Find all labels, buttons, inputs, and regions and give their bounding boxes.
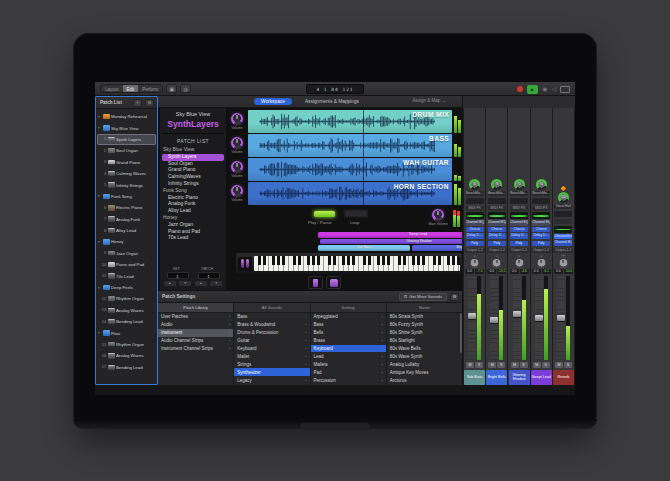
concert-row[interactable]: ▾Monday Rehearsal — [97, 111, 156, 122]
black-key[interactable] — [333, 256, 336, 265]
plugin-slot[interactable]: Chorus — [510, 227, 528, 232]
fader-cap[interactable] — [535, 315, 543, 321]
midi-fx-slot[interactable]: MIDI FX — [532, 206, 550, 211]
patch-row[interactable]: 3Grand Piano — [97, 157, 156, 168]
piano-keys[interactable] — [254, 256, 460, 271]
patch-row[interactable]: 17Bending Lead — [97, 362, 156, 373]
patch-list-row[interactable]: Piano and Pad — [162, 229, 224, 236]
metronome-icon[interactable]: ◉ — [542, 85, 547, 94]
eq-thumbnail[interactable] — [510, 212, 528, 219]
black-key[interactable] — [382, 256, 385, 265]
library-item[interactable]: Analog Lullaby — [387, 360, 462, 368]
patch-row[interactable]: 9Jazz Organ — [97, 248, 156, 259]
black-key[interactable] — [412, 256, 415, 265]
pan-knob[interactable] — [559, 259, 568, 268]
pan-knob[interactable] — [492, 259, 501, 268]
library-item[interactable]: 80s Wave Synth — [387, 352, 462, 360]
plugin-slot[interactable]: Chorus — [488, 227, 506, 232]
black-key[interactable] — [317, 256, 320, 265]
plugin-slot[interactable]: ChromaVerb — [554, 234, 572, 239]
disclosure-triangle-icon[interactable]: ▾ — [98, 126, 101, 130]
black-key[interactable] — [298, 256, 301, 265]
black-key[interactable] — [363, 256, 366, 265]
tab-workspace[interactable]: Workspace — [254, 98, 292, 105]
volume-icon[interactable]: ◁ — [551, 85, 556, 94]
library-item[interactable]: User Patches› — [158, 313, 233, 321]
patch-row[interactable]: 7Analog Funk — [97, 214, 156, 225]
library-item[interactable]: Lead› — [311, 352, 386, 360]
smart-control-knob[interactable]: 70 — [514, 179, 525, 190]
track-volume-knob[interactable]: Volume — [226, 113, 248, 130]
black-key[interactable] — [403, 256, 406, 265]
black-key[interactable] — [282, 256, 285, 265]
plugin-slot[interactable]: Delay D… — [466, 233, 484, 238]
tab-assignments-mappings[interactable]: Assignments & Mappings — [298, 98, 366, 105]
setting-slot[interactable] — [532, 198, 550, 204]
library-item[interactable]: 80s Fuzzy Synth — [387, 321, 462, 329]
fader-cap[interactable] — [468, 313, 476, 319]
smart-control-knob[interactable]: 70 — [491, 179, 502, 190]
poly-button[interactable]: Poly — [532, 241, 550, 246]
smart-control-knob[interactable]: 70 — [536, 179, 547, 190]
library-item[interactable]: 80s Shine Synth — [387, 329, 462, 337]
eq-thumbnail[interactable] — [554, 226, 572, 233]
library-item[interactable]: Drums & Percussion› — [234, 329, 309, 337]
library-item[interactable]: Bass› — [234, 313, 309, 321]
black-key[interactable] — [387, 256, 390, 265]
patch-list-row[interactable]: Electric Piano — [162, 195, 224, 202]
patch-list-row[interactable]: Analog Funk — [162, 201, 224, 208]
playhead[interactable] — [363, 110, 364, 205]
black-key[interactable] — [438, 256, 441, 265]
solo-button[interactable]: S — [475, 362, 483, 368]
library-item[interactable]: 80s Strata Synth — [387, 313, 462, 321]
midi-fx-slot[interactable]: MIDI FX — [488, 206, 506, 211]
library-item[interactable]: Keyboard› — [234, 345, 309, 353]
library-item[interactable]: Strings› — [234, 360, 309, 368]
library-item[interactable]: Brass› — [311, 337, 386, 345]
black-key[interactable] — [452, 256, 455, 265]
setting-slot[interactable] — [466, 198, 484, 204]
track-volume-knob[interactable]: Volume — [226, 185, 248, 202]
library-item[interactable]: Audio› — [158, 321, 233, 329]
mode-perform-button[interactable]: Perform — [138, 85, 162, 92]
browser-gear-icon[interactable]: ⚙ — [450, 293, 459, 301]
plugin-slot[interactable]: Channel EQ — [488, 220, 506, 225]
waveform-display[interactable]: BASS — [248, 134, 452, 157]
play-pause-button[interactable] — [312, 209, 336, 218]
smart-control-knob[interactable]: 100 — [558, 192, 569, 203]
black-key[interactable] — [328, 256, 331, 265]
patch-list-row[interactable]: 70s Lead — [162, 235, 224, 242]
set-row[interactable]: ▾Sky Blue View — [97, 122, 156, 133]
black-key[interactable] — [457, 256, 460, 265]
disclosure-triangle-icon[interactable]: ▾ — [98, 115, 101, 119]
mode-edit-button[interactable]: Edit — [123, 85, 139, 92]
solo-button[interactable]: S — [520, 362, 528, 368]
library-item[interactable]: Antique Key Moves — [387, 368, 462, 376]
add-patch-button[interactable]: + — [133, 99, 142, 107]
tuner-icon[interactable]: ◎ — [180, 84, 191, 93]
patch-row[interactable]: 8Alloy Lead — [97, 225, 156, 236]
waveform-display[interactable]: WAH GUITAR — [248, 158, 452, 181]
patch-row[interactable]: 5Infinity Strings — [97, 179, 156, 190]
black-key[interactable] — [307, 256, 310, 265]
main-volume-knob[interactable]: Main Volume — [428, 209, 448, 226]
eq-thumbnail[interactable] — [466, 212, 484, 219]
patch-list-row[interactable]: Funk Song — [162, 188, 224, 195]
volume-fader[interactable] — [468, 276, 476, 360]
patch-row[interactable]: 10Piano and Pad — [97, 259, 156, 270]
loop-button[interactable] — [344, 209, 368, 218]
black-key[interactable] — [352, 256, 355, 265]
library-item[interactable]: Instrument› — [158, 329, 233, 337]
fader-cap[interactable] — [490, 317, 498, 323]
library-item[interactable]: Mallet› — [234, 352, 309, 360]
library-item[interactable]: Instrument Channel Strips› — [158, 345, 233, 353]
fader-cap[interactable] — [557, 315, 565, 321]
volume-fader[interactable] — [513, 276, 521, 360]
black-key[interactable] — [447, 256, 450, 265]
black-key[interactable] — [293, 256, 296, 265]
black-key[interactable] — [277, 256, 280, 265]
mute-button[interactable]: M — [488, 362, 496, 368]
black-key[interactable] — [398, 256, 401, 265]
midi-fx-slot[interactable]: MIDI FX — [466, 206, 484, 211]
patch-row[interactable]: 13Analog Waves — [97, 305, 156, 316]
